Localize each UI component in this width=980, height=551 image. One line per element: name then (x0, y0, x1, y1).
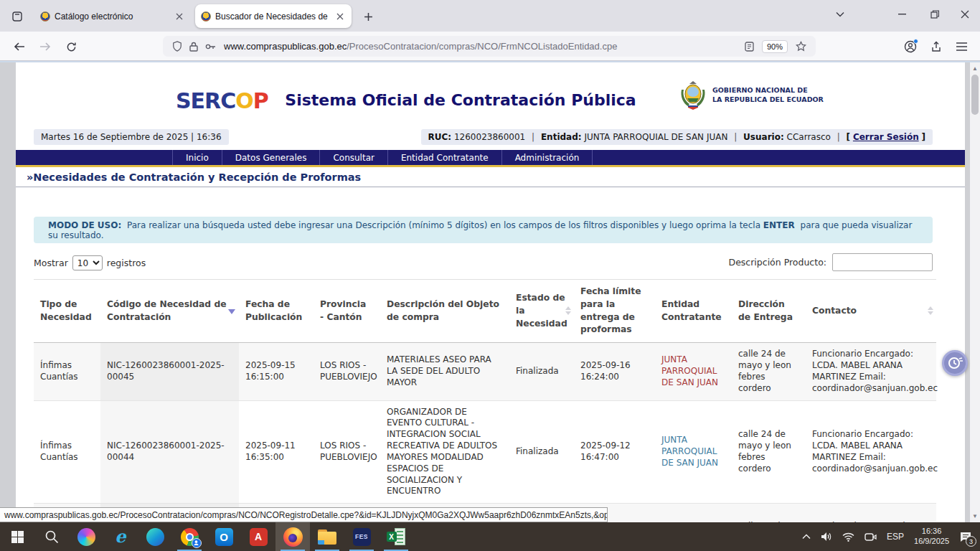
tab-buscador[interactable]: Buscador de Necesidades de Co (195, 4, 352, 28)
notification-center-icon[interactable]: 3 (954, 522, 977, 551)
excel-icon[interactable]: X (379, 522, 413, 551)
tab-title: Catálogo electrónico (55, 11, 169, 22)
cell-fecha-limite: 2025-09-16 16:24:00 (574, 343, 655, 400)
url-bar[interactable]: www.compraspublicas.gob.ec/ProcesoContra… (163, 36, 816, 57)
volume-icon[interactable] (816, 522, 837, 551)
clock[interactable]: 16:3616/9/2025 (909, 522, 954, 551)
window-close-button[interactable] (953, 0, 977, 29)
col-estado[interactable]: Estado de la Necesidad (509, 280, 574, 342)
acrobat-icon[interactable]: A (241, 522, 275, 551)
wifi-icon[interactable] (837, 522, 859, 551)
reader-mode-icon[interactable] (745, 42, 754, 52)
entidad-link[interactable]: JUNTA PARROQUIAL DE SAN JUAN (661, 435, 725, 468)
sort-icon[interactable] (928, 306, 933, 315)
ruc-label: RUC: (428, 132, 452, 142)
scrollbar-thumb[interactable] (971, 75, 979, 115)
show-records-control: Mostrar 10 registros (34, 255, 146, 270)
reload-button[interactable] (62, 37, 80, 56)
outlook-icon[interactable]: O (207, 522, 241, 551)
tray-date: 16/9/2025 (914, 537, 949, 547)
nav-item-consultar[interactable]: Consultar (319, 150, 387, 165)
zoom-level-badge[interactable]: 90% (762, 40, 788, 53)
permissions-key-icon[interactable] (205, 43, 216, 50)
new-tab-button[interactable] (360, 9, 376, 24)
account-icon[interactable] (901, 37, 920, 56)
cell-provincia: LOS RIOS - PUEBLOVIEJO (314, 343, 380, 400)
entidad-link[interactable]: JUNTA PARROQUIAL DE SAN JUAN (661, 354, 725, 388)
fes-app-icon[interactable]: FES (344, 522, 379, 551)
bracket: [ (847, 132, 850, 142)
records-label: registros (107, 258, 146, 268)
cell-codigo: NIC-1260023860001-2025-00045 (100, 343, 239, 400)
government-logo: GOBIERNO NACIONAL DE LA REPUBLICA DEL EC… (679, 80, 824, 111)
product-description-input[interactable] (832, 253, 933, 271)
hamburger-menu-icon[interactable] (952, 37, 971, 56)
internet-explorer-icon[interactable]: e (103, 522, 138, 551)
col-fecha-publicacion[interactable]: Fecha de Publicación (239, 280, 314, 342)
section-heading: »Necesidades de Contratación y Recepción… (27, 171, 361, 183)
col-fecha-limite[interactable]: Fecha límite para la entrega de proforma… (574, 280, 655, 342)
bookmark-star-icon[interactable] (796, 41, 806, 52)
firefox-icon[interactable] (275, 522, 310, 551)
copilot-icon[interactable] (69, 522, 103, 551)
cell-descripcion: MATERIALES ASEO PARA LA SEDE DEL ADULTO … (380, 343, 509, 400)
window-restore-button[interactable] (923, 0, 947, 29)
nav-item-inicio[interactable]: Inicio (172, 150, 222, 165)
logout-link[interactable]: Cerrar Sesión (853, 132, 919, 142)
main-nav: Inicio Datos Generales Consultar Entidad… (16, 150, 965, 165)
nav-item-administracion[interactable]: Administración (501, 150, 593, 165)
entidad-label: Entidad: (541, 132, 582, 142)
search-icon[interactable] (34, 522, 69, 551)
chrome-icon[interactable] (172, 522, 207, 551)
firefox-view-icon[interactable] (8, 7, 27, 26)
page-content: SERCOP Sistema Oficial de Contratación P… (16, 62, 965, 551)
tab-catalogo[interactable]: Catálogo electrónico (34, 4, 191, 28)
shield-icon[interactable] (172, 41, 182, 52)
sort-icon[interactable] (565, 306, 571, 315)
import-sync-icon[interactable] (927, 37, 946, 56)
status-link-tooltip: www.compraspublicas.gob.ec/ProcesoContra… (0, 507, 608, 522)
sort-desc-icon[interactable] (228, 309, 235, 314)
table-row[interactable]: Ínfimas Cuantías NIC-1260023860001-2025-… (34, 343, 936, 400)
col-tipo[interactable]: Tipo de Necesidad (34, 280, 100, 342)
list-tabs-button[interactable] (828, 0, 852, 29)
cell-fecha-publicacion: 2025-09-11 16:35:00 (239, 401, 314, 504)
lock-icon[interactable] (189, 42, 198, 52)
window-minimize-button[interactable] (890, 0, 914, 29)
gold-divider (16, 165, 965, 167)
file-explorer-icon[interactable] (310, 522, 344, 551)
language-indicator[interactable]: ESP (882, 522, 909, 551)
back-button[interactable] (10, 37, 29, 56)
section-heading-wrap: »Necesidades de Contratación y Recepción… (16, 170, 965, 187)
table-row[interactable]: Ínfimas Cuantías NIC-1260023860001-2025-… (34, 401, 936, 504)
timer-overlay-widget[interactable] (942, 350, 968, 376)
page-scrollbar[interactable]: ▲ ▼ (970, 62, 980, 551)
url-text[interactable]: www.compraspublicas.gob.ec/ProcesoContra… (224, 41, 741, 52)
ruc-value: 1260023860001 (454, 132, 525, 142)
nav-item-datos-generales[interactable]: Datos Generales (222, 150, 320, 165)
screen: Catálogo electrónico Buscador de Necesid… (0, 0, 980, 551)
col-codigo[interactable]: Código de Necesidad de Contratación (100, 280, 239, 342)
table-header-row: Tipo de Necesidad Código de Necesidad de… (34, 279, 936, 343)
cell-provincia: LOS RIOS - PUEBLOVIEJO (314, 401, 380, 504)
col-provincia[interactable]: Provincia - Cantón (314, 280, 380, 342)
edge-icon[interactable] (138, 522, 172, 551)
nav-item-entidad-contratante[interactable]: Entidad Contratante (387, 150, 501, 165)
tab-close-icon[interactable] (174, 11, 185, 22)
tab-close-icon[interactable] (334, 11, 346, 22)
tray-expand-icon[interactable] (797, 522, 816, 551)
usage-note: MODO DE USO: Para realizar una búsqueda … (34, 217, 933, 243)
col-direccion[interactable]: Dirección de Entrega (732, 280, 806, 342)
start-button[interactable] (0, 522, 34, 551)
col-entidad[interactable]: Entidad Contratante (655, 280, 732, 342)
separator: | (730, 132, 740, 142)
forward-button[interactable] (36, 37, 55, 56)
usuario-label: Usuario: (743, 132, 784, 142)
meet-now-icon[interactable] (859, 522, 882, 551)
col-descripcion[interactable]: Descripción del Objeto de compra (380, 280, 509, 342)
separator: | (528, 132, 538, 142)
col-contacto[interactable]: Contacto (806, 280, 936, 342)
records-per-page-select[interactable]: 10 (72, 255, 103, 270)
scroll-up-arrow[interactable]: ▲ (970, 63, 980, 73)
scroll-down-arrow[interactable]: ▼ (970, 511, 980, 521)
